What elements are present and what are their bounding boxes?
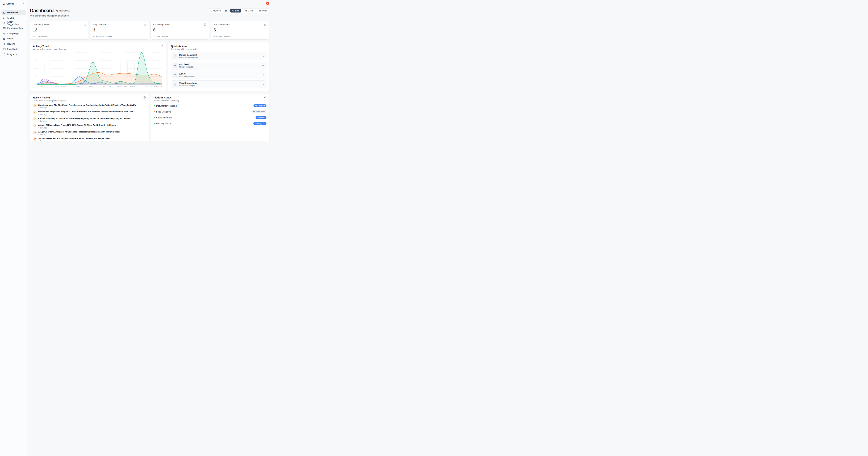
sidebar-item[interactable]: Dashboard	[1, 10, 26, 15]
recent-activity-iconwrap	[33, 124, 37, 127]
sidebar-item-label: AI Chat	[7, 17, 14, 19]
middle-row: Activity Trend Weekly activity over the …	[30, 42, 270, 91]
recent-activity-item-title: Counter Aragon AI's Significant Price In…	[38, 104, 136, 106]
stat-card-value: 6	[153, 28, 207, 32]
time-filter-button[interactable]: This Month	[242, 9, 255, 12]
quick-action-subtitle: Chat with your data	[179, 75, 195, 77]
recent-activity-item-title: Aragon AI Raises Base Prices 22%–35% Acr…	[38, 124, 116, 126]
stat-card[interactable]: Knowledge Base 6 11 chunks indexed	[151, 21, 209, 39]
recent-activity-iconwrap	[33, 117, 37, 121]
recent-activity-item-time: 4 days ago	[38, 107, 136, 109]
time-filter-group: All Time This Month This Week	[229, 8, 270, 13]
chevron-left-icon	[23, 3, 25, 5]
recent-activity-item[interactable]: Counter Aragon AI's Significant Price In…	[33, 104, 146, 109]
quick-action-title: Add Feed	[179, 63, 194, 66]
calendar-icon[interactable]	[225, 9, 227, 12]
stat-card[interactable]: Page Monitors 3 4 changes this week	[90, 21, 149, 39]
sidebar-item[interactable]: Knowledge Base	[1, 26, 26, 31]
stat-card-note: 11 chunks indexed	[153, 35, 207, 37]
stat-card[interactable]: AI Conversations 5 0 messages this week	[211, 21, 270, 39]
quick-action-row[interactable]: View Suggestions AI-powered insights	[171, 81, 267, 88]
sidebar-item[interactable]: AI Chat	[1, 16, 26, 20]
quick-action-icon	[174, 55, 176, 57]
recent-activity-list: Counter Aragon AI's Significant Price In…	[33, 104, 146, 141]
stat-card[interactable]: Changelog Feeds 12 1 new this week	[30, 21, 89, 39]
time-filter-button[interactable]: This Week	[255, 9, 269, 12]
quick-action-iconbox	[173, 54, 178, 59]
svg-text:Feb 24 – 2: Feb 24 – 2	[145, 86, 152, 88]
refresh-label: Refresh	[213, 9, 221, 12]
sidebar-collapse-button[interactable]	[22, 2, 25, 5]
platform-status-card: Platform Status System health and proces…	[151, 94, 270, 141]
status-badge: All Complete	[253, 104, 267, 107]
svg-text:Dec 2 – 8: Dec 2 – 8	[62, 86, 68, 88]
sidebar-item-label: Email Watch	[7, 48, 19, 50]
status-dot	[154, 117, 155, 118]
sidebar-item[interactable]: Email Watch	[1, 47, 26, 52]
status-dot	[154, 105, 155, 107]
stat-card-value: 5	[214, 28, 267, 32]
zap-icon	[264, 96, 267, 99]
stat-card-note: 0 messages this week	[214, 35, 267, 37]
svg-text:Dec 30 – 5: Dec 30 – 5	[89, 86, 96, 88]
svg-text:Feb 3 – 9: Feb 3 – 9	[124, 86, 131, 88]
platform-status-label: Feed Monitoring	[156, 111, 172, 113]
platform-status-label: Knowledge Base	[156, 117, 172, 119]
quick-action-row[interactable]: Upload Document Add to knowledge base	[171, 52, 267, 60]
sidebar-item-icon	[3, 11, 5, 14]
svg-text:Jan 13 – 19: Jan 13 – 19	[103, 86, 111, 88]
quick-action-icon	[174, 83, 176, 85]
recent-activity-item[interactable]: Tally Increases Pro and Business Plan Pr…	[33, 137, 146, 141]
sidebar-item[interactable]: Changelogs	[1, 31, 26, 36]
sidebar-item-icon	[3, 53, 5, 56]
refresh-button[interactable]: Refresh	[208, 8, 223, 13]
svg-text:Jan 27 – 2: Jan 27 – 2	[117, 86, 124, 88]
stat-card-note-text: 4 changes this week	[96, 35, 112, 37]
recent-activity-item[interactable]: Aragon.ai Offers Affordable AI-Generated…	[33, 130, 146, 135]
recent-activity-item-time: 4 days ago	[38, 140, 110, 141]
quick-actions-subtitle: Get started with common tasks	[171, 48, 197, 50]
time-filter-button[interactable]: All Time	[230, 9, 241, 12]
recent-activity-card: Recent Activity Latest updates across yo…	[30, 94, 149, 141]
sidebar-item[interactable]: Integrations	[1, 52, 26, 57]
arrow-right-icon	[262, 64, 264, 67]
help-circle-icon	[56, 9, 59, 12]
stat-cards-row: Changelog Feeds 12 1 new this week Page …	[30, 21, 270, 39]
avatar[interactable]: A	[266, 2, 270, 5]
quick-action-title: Ask AI	[179, 72, 195, 75]
recent-activity-item[interactable]: Capitalize on Tally.so's Price Increase …	[33, 117, 146, 122]
how-to-use-link[interactable]: How to Use	[56, 9, 70, 12]
activity-trend-chart: 05101520Nov 11 – 17Nov 25 – 1Dec 2 – 8De…	[33, 52, 163, 88]
svg-text:Dec 16 – 22: Dec 16 – 22	[75, 86, 83, 88]
recent-activity-item[interactable]: Respond to Aragon.ai's Aragon.ai Offers …	[33, 111, 146, 115]
stat-card-value: 3	[93, 28, 146, 32]
quick-action-row[interactable]: Add Feed Monitor competitor	[171, 62, 267, 69]
svg-text:10: 10	[35, 68, 36, 69]
trending-up-icon	[93, 35, 95, 37]
svg-text:Nov 11 – 17: Nov 11 – 17	[40, 86, 48, 88]
quick-actions-title: Quick Actions	[171, 45, 197, 48]
sidebar-item-label: Changelogs	[7, 32, 19, 35]
sidebar-item-icon	[3, 32, 5, 35]
recent-activity-item[interactable]: Aragon AI Raises Base Prices 22%–35% Acr…	[33, 124, 146, 129]
recent-activity-iconwrap	[33, 104, 37, 108]
activity-trend-card: Activity Trend Weekly activity over the …	[30, 42, 166, 91]
sidebar-item[interactable]: Reviews	[1, 41, 26, 46]
quick-action-row[interactable]: Ask AI Chat with your data	[171, 71, 267, 79]
recent-activity-item-time: 4 days ago	[38, 113, 136, 116]
trending-up-icon	[33, 35, 35, 37]
sidebar-item[interactable]: Action Suggestions	[1, 21, 26, 25]
sidebar-item-label: Integrations	[7, 53, 19, 56]
status-badge: No active feeds	[251, 110, 267, 113]
recent-activity-icon	[34, 138, 36, 140]
sidebar-item-label: Knowledge Base	[7, 27, 24, 30]
quick-action-icon	[174, 64, 176, 67]
page-header: Dashboard How to Use Refresh All Time Th…	[30, 8, 270, 13]
recent-activity-item-time: 4 days ago	[38, 133, 121, 135]
sidebar-item[interactable]: Pages	[1, 36, 26, 41]
quick-action-iconbox	[173, 63, 178, 68]
sidebar-item-label: Reviews	[7, 43, 15, 45]
svg-text:Mar 10 – 16: Mar 10 – 16	[154, 86, 162, 88]
trending-up-icon	[161, 45, 163, 47]
recent-activity-icon	[34, 111, 36, 113]
